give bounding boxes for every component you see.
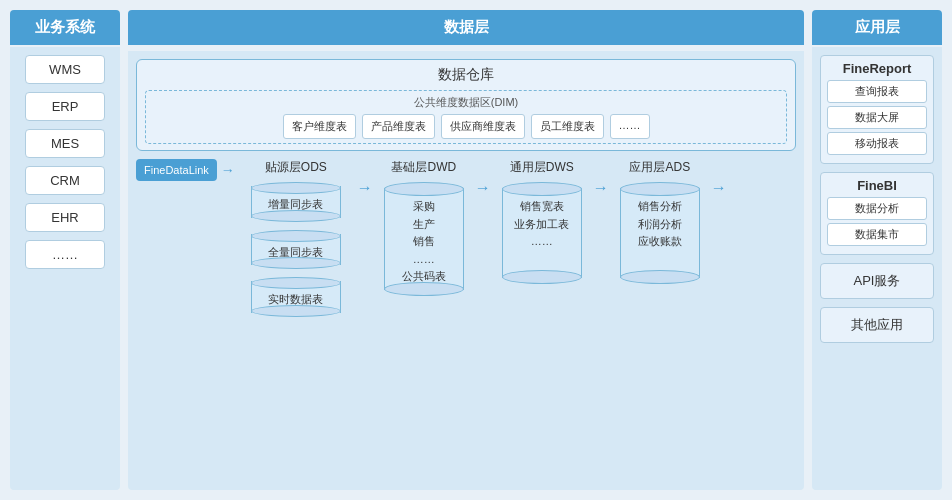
dw-box: 数据仓库 公共维度数据区(DIM) 客户维度表 产品维度表 供应商维度表 员工维… [136, 59, 796, 151]
dim-tables: 客户维度表 产品维度表 供应商维度表 员工维度表 …… [152, 114, 780, 139]
middle-panel: 数据层 数据仓库 公共维度数据区(DIM) 客户维度表 产品维度表 供应商维度表… [128, 10, 804, 490]
api-service: API服务 [820, 263, 934, 299]
arrow-ads-right: → [711, 159, 727, 197]
ods-column: 贴源层ODS 增量同步表 全量同步表 [241, 159, 351, 317]
ads-column: 应用层ADS 销售分析 利润分析 应收账款 [615, 159, 705, 284]
app-mobile-report: 移动报表 [827, 132, 927, 155]
finebi-title: FineBI [827, 178, 927, 193]
left-panel: 业务系统 WMS ERP MES CRM EHR …… [10, 10, 120, 490]
dwd-title: 基础层DWD [391, 159, 456, 176]
sys-crm: CRM [25, 166, 105, 195]
sys-mes: MES [25, 129, 105, 158]
ads-item-2: 应收账款 [625, 233, 695, 251]
finereport-title: FineReport [827, 61, 927, 76]
sys-more: …… [25, 240, 105, 269]
left-panel-body: WMS ERP MES CRM EHR …… [10, 47, 120, 490]
dw-title: 数据仓库 [145, 66, 787, 84]
cyl-top [502, 182, 582, 196]
dws-title: 通用层DWS [510, 159, 574, 176]
cyl-top [620, 182, 700, 196]
ods-full-cyl: 全量同步表 [251, 230, 341, 270]
dim-section: 公共维度数据区(DIM) 客户维度表 产品维度表 供应商维度表 员工维度表 …… [145, 90, 787, 144]
right-panel-header: 应用层 [812, 10, 942, 45]
left-panel-header: 业务系统 [10, 10, 120, 45]
arrow-dwd-dws: → [475, 159, 491, 197]
sys-ehr: EHR [25, 203, 105, 232]
dws-item-1: 业务加工表 [507, 216, 577, 234]
cyl-top [384, 182, 464, 196]
cyl-bottom [251, 257, 341, 269]
dwd-item-0: 采购 [389, 198, 459, 216]
ads-item-1: 利润分析 [625, 216, 695, 234]
ods-realtime-cyl: 实时数据表 [251, 277, 341, 317]
ads-title: 应用层ADS [629, 159, 690, 176]
dws-column: 通用层DWS 销售宽表 业务加工表 …… [497, 159, 587, 284]
middle-panel-body: 数据仓库 公共维度数据区(DIM) 客户维度表 产品维度表 供应商维度表 员工维… [128, 51, 804, 490]
cyl-bottom [251, 305, 341, 317]
dim-table-product: 产品维度表 [362, 114, 435, 139]
ods-title: 贴源层ODS [265, 159, 327, 176]
dwd-item-2: 销售 [389, 233, 459, 251]
cyl-body: 销售宽表 业务加工表 …… [502, 188, 582, 278]
other-apps: 其他应用 [820, 307, 934, 343]
dwd-cylinder: 采购 生产 销售 …… 公共码表 [384, 182, 464, 296]
data-warehouse-section: 数据仓库 公共维度数据区(DIM) 客户维度表 产品维度表 供应商维度表 员工维… [136, 59, 796, 151]
cyl-top [251, 230, 341, 242]
finebi-group: FineBI 数据分析 数据集市 [820, 172, 934, 255]
cyl-bottom [384, 282, 464, 296]
dwd-column: 基础层DWD 采购 生产 销售 …… 公共码表 [379, 159, 469, 296]
dwd-item-3: …… [389, 251, 459, 269]
right-panel-body: FineReport 查询报表 数据大屏 移动报表 FineBI 数据分析 数据… [812, 47, 942, 490]
ads-cylinder: 销售分析 利润分析 应收账款 [620, 182, 700, 284]
dim-table-customer: 客户维度表 [283, 114, 356, 139]
app-data-screen: 数据大屏 [827, 106, 927, 129]
dim-table-more: …… [610, 114, 650, 139]
dws-cylinder: 销售宽表 业务加工表 …… [502, 182, 582, 284]
cyl-top [251, 182, 341, 194]
app-query-report: 查询报表 [827, 80, 927, 103]
dws-item-2: …… [507, 233, 577, 251]
app-data-market: 数据集市 [827, 223, 927, 246]
arrow-dws-ads: → [593, 159, 609, 197]
sys-erp: ERP [25, 92, 105, 121]
ods-cylinders: 增量同步表 全量同步表 实时数据表 [241, 182, 351, 317]
sys-wms: WMS [25, 55, 105, 84]
middle-panel-header: 数据层 [128, 10, 804, 45]
right-panel: 应用层 FineReport 查询报表 数据大屏 移动报表 FineBI 数据分… [812, 10, 942, 490]
cyl-bottom [251, 210, 341, 222]
app-data-analysis: 数据分析 [827, 197, 927, 220]
dim-table-employee: 员工维度表 [531, 114, 604, 139]
dim-table-supplier: 供应商维度表 [441, 114, 525, 139]
dwd-item-1: 生产 [389, 216, 459, 234]
main-container: 业务系统 WMS ERP MES CRM EHR …… 数据层 数据仓库 公共维… [0, 0, 952, 500]
cyl-body: 销售分析 利润分析 应收账款 [620, 188, 700, 278]
cyl-bottom [620, 270, 700, 284]
finedatalink-button[interactable]: FineDataLink [136, 159, 217, 181]
finereport-group: FineReport 查询报表 数据大屏 移动报表 [820, 55, 934, 164]
arrow-ods-dwd: → [357, 159, 373, 197]
ods-increment-cyl: 增量同步表 [251, 182, 341, 222]
dws-item-0: 销售宽表 [507, 198, 577, 216]
dim-title: 公共维度数据区(DIM) [152, 95, 780, 110]
bottom-layers: FineDataLink → 贴源层ODS 增量同步表 全 [136, 159, 796, 317]
arrow-fdl-ods: → [221, 162, 235, 178]
ads-item-0: 销售分析 [625, 198, 695, 216]
cyl-bottom [502, 270, 582, 284]
cyl-body: 采购 生产 销售 …… 公共码表 [384, 188, 464, 290]
